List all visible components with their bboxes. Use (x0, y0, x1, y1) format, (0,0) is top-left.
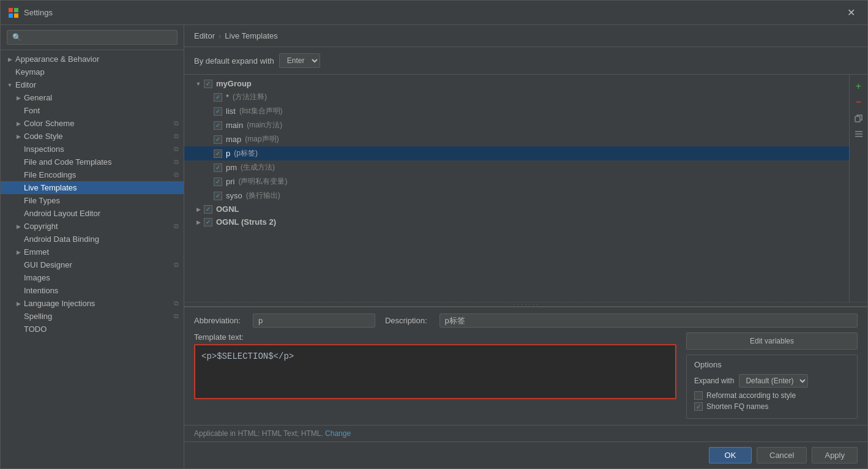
svg-rect-7 (855, 136, 862, 137)
sidebar-item-android-data[interactable]: Android Data Binding (1, 233, 184, 246)
copy-icon: ⧉ (171, 299, 179, 307)
sidebar-item-label: Font (24, 106, 40, 115)
tpl-item-list[interactable]: list (list集合声明) (184, 104, 849, 118)
tpl-item-pm[interactable]: pm (生成方法) (184, 160, 849, 174)
sidebar-item-intentions[interactable]: Intentions (1, 284, 184, 297)
sidebar-item-spelling[interactable]: Spelling ⧉ (1, 310, 184, 323)
ok-button[interactable]: OK (709, 447, 752, 463)
sidebar-item-label: Color Scheme (24, 119, 74, 128)
sidebar-item-android-layout[interactable]: Android Layout Editor (1, 207, 184, 220)
add-template-button[interactable]: + (852, 80, 866, 93)
item-checkbox[interactable] (214, 192, 222, 200)
sidebar-item-file-templates[interactable]: File and Code Templates ⧉ (1, 156, 184, 168)
menu-template-button[interactable] (852, 127, 866, 141)
description-input[interactable] (440, 313, 858, 328)
tpl-item-syso[interactable]: syso (换行输出) (184, 189, 849, 203)
arrow-icon (14, 222, 23, 231)
sidebar-item-file-encodings[interactable]: File Encodings ⧉ (1, 168, 184, 181)
group-ognl[interactable]: OGNL (184, 203, 849, 216)
tpl-item-p[interactable]: p (p标签) (184, 146, 849, 160)
group-label: OGNL (216, 204, 239, 214)
sidebar-item-live-templates[interactable]: Live Templates (1, 181, 184, 194)
remove-template-button[interactable]: − (852, 96, 866, 109)
sidebar-item-todo[interactable]: TODO (1, 323, 184, 336)
description-label: Description: (385, 316, 427, 325)
sidebar-item-inspections[interactable]: Inspections ⧉ (1, 143, 184, 156)
sidebar-item-file-types[interactable]: File Types (1, 194, 184, 207)
sidebar-item-color-scheme[interactable]: Color Scheme ⧉ (1, 117, 184, 130)
copy-template-button[interactable] (852, 111, 866, 125)
sidebar-item-label: Spelling (24, 312, 52, 321)
svg-rect-2 (9, 13, 13, 18)
applicable-text: Applicable in HTML: HTML Text; HTML. (194, 429, 323, 438)
item-abbr: * (226, 92, 229, 102)
shorten-fq-checkbox[interactable] (694, 402, 703, 411)
options-title: Options (694, 360, 850, 369)
resize-handle[interactable]: · · · · · · · (184, 302, 867, 307)
sidebar-item-font[interactable]: Font (1, 104, 184, 117)
group-label: OGNL (Struts 2) (216, 217, 276, 227)
group-arrow-icon (194, 219, 203, 225)
abbreviation-input[interactable] (253, 313, 375, 328)
item-abbr: map (226, 135, 241, 144)
reformat-row: Reformat according to style (694, 391, 850, 400)
edit-variables-button[interactable]: Edit variables (686, 332, 858, 350)
sidebar-item-label: TODO (24, 325, 47, 334)
item-abbr: main (226, 121, 243, 130)
item-checkbox[interactable] (214, 107, 222, 116)
reformat-checkbox[interactable] (694, 391, 703, 400)
sidebar-item-appearance[interactable]: Appearance & Behavior (1, 53, 184, 66)
template-text-section: Template text: <p>$SELECTION$</p> Edit v… (194, 332, 858, 419)
item-desc: (map声明) (245, 134, 279, 144)
tpl-item-main[interactable]: main (main方法) (184, 118, 849, 132)
expand-with-dropdown[interactable]: Enter (279, 53, 320, 68)
group-checkbox[interactable] (204, 218, 212, 227)
expand-with-label: Expand with (694, 377, 734, 385)
sidebar-item-images[interactable]: Images (1, 271, 184, 284)
arrow-icon (14, 119, 23, 128)
item-checkbox[interactable] (214, 121, 222, 130)
sidebar-item-keymap[interactable]: Keymap (1, 66, 184, 78)
item-desc: (生成方法) (241, 162, 275, 173)
sidebar-item-label: General (24, 93, 52, 102)
abbreviation-label: Abbreviation: (194, 316, 241, 325)
tpl-item-star[interactable]: * (方法注释) (184, 90, 849, 104)
group-mygroup[interactable]: myGroup (184, 77, 849, 90)
sidebar-item-code-style[interactable]: Code Style ⧉ (1, 130, 184, 143)
sidebar-item-label: Keymap (15, 67, 45, 77)
item-checkbox[interactable] (214, 135, 222, 144)
sidebar-item-label: Intentions (24, 286, 58, 295)
sidebar-item-copyright[interactable]: Copyright ⧉ (1, 220, 184, 233)
group-ognl-struts[interactable]: OGNL (Struts 2) (184, 216, 849, 228)
group-checkbox[interactable] (204, 80, 212, 88)
arrow-icon (6, 81, 14, 89)
sidebar-item-label: Language Injections (24, 299, 95, 308)
cancel-button[interactable]: Cancel (757, 447, 807, 463)
copy-icon: ⧉ (171, 171, 179, 179)
sidebar-item-label: Editor (15, 80, 36, 89)
tpl-item-map[interactable]: map (map声明) (184, 132, 849, 146)
apply-button[interactable]: Apply (812, 447, 858, 463)
applicable-change-link[interactable]: Change (325, 429, 351, 438)
copy-icon: ⧉ (171, 312, 179, 320)
item-checkbox[interactable] (214, 178, 222, 186)
sidebar-item-lang-injections[interactable]: Language Injections ⧉ (1, 297, 184, 310)
sidebar-item-gui-designer[interactable]: GUI Designer ⧉ (1, 258, 184, 271)
search-input[interactable] (7, 30, 178, 45)
arrow-icon (14, 299, 23, 308)
template-text-input[interactable]: <p>$SELECTION$</p> (194, 344, 676, 399)
tpl-item-pri[interactable]: pri (声明私有变量) (184, 174, 849, 189)
sidebar-item-general[interactable]: General (1, 91, 184, 104)
sidebar-item-emmet[interactable]: Emmet (1, 246, 184, 258)
close-button[interactable]: ✕ (842, 4, 860, 21)
expand-with-options-dropdown[interactable]: Default (Enter) (739, 374, 808, 388)
item-desc: (换行输出) (246, 190, 280, 201)
item-checkbox[interactable] (214, 93, 222, 102)
options-section: Options Expand with Default (Enter) Refo… (686, 355, 858, 419)
sidebar-item-editor[interactable]: Editor (1, 78, 184, 91)
item-checkbox[interactable] (214, 149, 222, 158)
svg-rect-0 (9, 8, 13, 12)
sidebar-item-label: Copyright (24, 222, 58, 231)
group-checkbox[interactable] (204, 205, 212, 214)
item-checkbox[interactable] (214, 163, 222, 172)
